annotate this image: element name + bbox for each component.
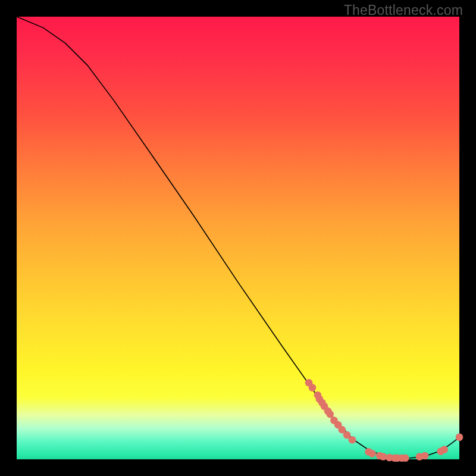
scatter-dot bbox=[456, 433, 464, 441]
scatter-dot bbox=[421, 452, 429, 460]
scatter-dot bbox=[309, 384, 317, 392]
plot-area bbox=[17, 17, 459, 459]
scatter-dot bbox=[349, 436, 356, 444]
scatter-dot bbox=[326, 411, 334, 418]
scatter-dot bbox=[368, 450, 376, 458]
bottleneck-curve bbox=[17, 17, 459, 459]
scatter-points bbox=[305, 379, 464, 462]
scatter-dot bbox=[402, 454, 409, 462]
chart-svg bbox=[17, 17, 459, 459]
scatter-dot bbox=[440, 446, 448, 453]
watermark-text: TheBottleneck.com bbox=[344, 2, 463, 18]
